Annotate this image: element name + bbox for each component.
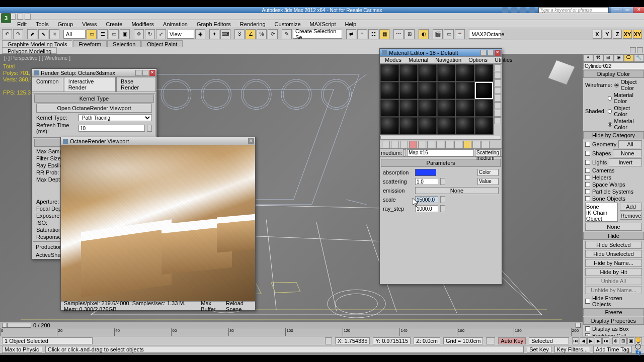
material-slot[interactable]: [456, 82, 474, 99]
tab-utilities-icon[interactable]: 🔧: [634, 54, 644, 62]
ref-coord-dropdown[interactable]: View: [167, 30, 194, 39]
setkey-button[interactable]: Set Key: [527, 346, 551, 353]
menu-tools[interactable]: Tools: [32, 21, 53, 28]
menu-edit[interactable]: Edit: [13, 21, 31, 28]
chk-lights[interactable]: [585, 160, 590, 165]
me-reset-icon[interactable]: [409, 141, 417, 149]
nav-walk-icon[interactable]: 👣: [635, 349, 642, 356]
window-crossing-button[interactable]: ▣: [120, 29, 130, 39]
chk-cameras[interactable]: [585, 168, 590, 173]
me-show-end-icon[interactable]: [463, 141, 471, 149]
align-button[interactable]: ≡: [357, 29, 367, 39]
object-name-field[interactable]: [583, 62, 644, 69]
schematic-view-button[interactable]: ⊞: [405, 29, 415, 39]
btn-cat-all[interactable]: All: [618, 140, 642, 148]
me-tool-map-icon[interactable]: [494, 117, 501, 124]
goto-start-button[interactable]: ⏮: [572, 337, 579, 344]
select-rotate-button[interactable]: ↻: [145, 29, 155, 39]
exchange-icon[interactable]: [511, 7, 517, 13]
material-slot[interactable]: [399, 64, 418, 81]
material-slot[interactable]: [399, 82, 418, 99]
ribbon-tab-selection[interactable]: Selection: [107, 40, 141, 47]
btn-hide-hit[interactable]: Hide by Hit: [585, 268, 642, 276]
link-button[interactable]: ⬈: [27, 29, 37, 39]
me-raystep-spinner[interactable]: [440, 205, 445, 212]
restore-button[interactable]: ▭: [622, 7, 633, 13]
me-hscroll[interactable]: [380, 136, 501, 140]
me-tool-select-icon[interactable]: [494, 110, 501, 117]
me-menu-options[interactable]: Options: [465, 57, 491, 63]
goto-end-button[interactable]: ⏭: [602, 337, 609, 344]
minimize-button[interactable]: —: [611, 7, 622, 13]
me-type-dropdown[interactable]: Scattering medium: [475, 149, 501, 156]
octane-reload-button[interactable]: Reload Scene: [226, 300, 252, 312]
material-slot[interactable]: [475, 82, 494, 99]
autokey-button[interactable]: Auto Key: [498, 337, 526, 344]
keyboard-shortcut-button[interactable]: ⌨: [220, 29, 230, 39]
select-by-name-button[interactable]: ☰: [98, 29, 108, 39]
nav-pan-icon[interactable]: ✋: [635, 336, 642, 343]
mat-editor-close[interactable]: ✕: [495, 50, 501, 56]
me-menu-material[interactable]: Material: [406, 57, 431, 63]
render-setup-close[interactable]: ✕: [149, 70, 155, 76]
material-slot[interactable]: [437, 64, 456, 81]
chk-hide-frozen[interactable]: [585, 299, 590, 304]
menu-views[interactable]: Views: [78, 21, 101, 28]
keyfilters-button[interactable]: Key Filters...: [554, 346, 590, 353]
radio-shaded-objcolor[interactable]: [608, 109, 612, 114]
time-slider-rbtn[interactable]: [576, 323, 581, 328]
rs-refresh-spinner[interactable]: [147, 125, 152, 132]
nav-zoomext-icon[interactable]: ▣: [627, 337, 634, 344]
me-pick-icon[interactable]: [403, 149, 406, 156]
curve-editor-button[interactable]: 〰: [393, 29, 404, 39]
percent-snap-button[interactable]: %: [257, 29, 267, 39]
ribbon-min-icon[interactable]: [630, 47, 636, 53]
signin-icon[interactable]: [502, 7, 508, 13]
rs-rollout-kernel[interactable]: Kernel Type: [34, 95, 154, 103]
radio-wire-objcolor[interactable]: [614, 83, 619, 87]
select-object-button[interactable]: ▭: [87, 29, 97, 39]
me-put-to-scene-icon[interactable]: [391, 141, 399, 149]
rollout-display-color[interactable]: Display Color: [583, 70, 644, 78]
btn-remove[interactable]: Remove: [620, 212, 642, 220]
tab-hierarchy-icon[interactable]: ⊞: [603, 54, 613, 62]
constraint-xy2[interactable]: XY: [633, 30, 642, 39]
use-pivot-center-button[interactable]: ◉: [195, 29, 205, 39]
me-scale-input[interactable]: [415, 196, 438, 203]
chk-particles[interactable]: [585, 189, 590, 194]
play-button[interactable]: ▶: [587, 337, 594, 344]
hide-category-list[interactable]: BoneIK Chain ObjectPoint: [585, 203, 618, 222]
octane-max-buffer-button[interactable]: Max Buffer: [201, 300, 221, 312]
constraint-y[interactable]: Y: [603, 30, 612, 39]
nav-maximize-icon[interactable]: ▦: [635, 356, 642, 363]
material-slot[interactable]: [437, 82, 456, 99]
select-scale-button[interactable]: ⤢: [156, 29, 166, 39]
maxscript-listener[interactable]: Max to Physic: [2, 346, 42, 353]
time-config-icon[interactable]: [486, 337, 495, 344]
viewcube[interactable]: [546, 57, 577, 87]
menu-modifiers[interactable]: Modifiers: [127, 21, 158, 28]
favorites-icon[interactable]: [520, 7, 526, 13]
rs-tab-interactive[interactable]: Interactive Render: [64, 77, 116, 92]
nav-orbit-icon[interactable]: ◯: [635, 343, 642, 349]
btn-cat-invert[interactable]: Invert: [609, 158, 642, 166]
chk-spacewarps[interactable]: [585, 182, 590, 187]
material-slot[interactable]: [380, 100, 399, 117]
coord-z[interactable]: Z: 0.0cm: [414, 337, 440, 344]
me-put-to-library-icon[interactable]: [436, 141, 444, 149]
select-move-button[interactable]: ✥: [134, 29, 144, 39]
radio-shaded-matcolor[interactable]: [608, 122, 612, 127]
material-slot[interactable]: [418, 117, 437, 134]
material-slot[interactable]: [456, 117, 474, 134]
undo-button[interactable]: ↶: [2, 29, 12, 39]
rendered-frame-button[interactable]: ▭: [444, 29, 454, 39]
ribbon-polygon-modeling[interactable]: Polygon Modeling: [2, 47, 57, 54]
rectangular-region-button[interactable]: ▭: [109, 29, 119, 39]
time-slider-knob[interactable]: [7, 323, 31, 328]
menu-customize[interactable]: Customize: [271, 21, 305, 28]
nav-zoom-icon[interactable]: ⊕: [612, 337, 619, 344]
material-slot[interactable]: [399, 117, 418, 134]
chk-display-as-box[interactable]: [585, 326, 590, 331]
time-slider[interactable]: 0 / 200: [0, 322, 583, 328]
chk-bones[interactable]: [585, 196, 590, 201]
